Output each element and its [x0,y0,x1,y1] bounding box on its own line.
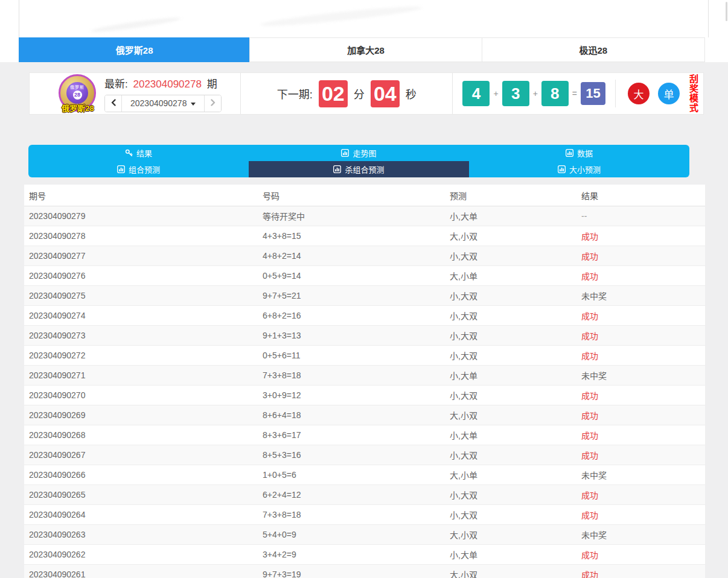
numbers-cell: 7+3+8=18 [263,510,450,519]
chart-icon [566,149,573,157]
period-cell: 202304090261 [29,570,263,578]
numbers-cell: 6+8+2=16 [263,311,450,320]
result-cell: 成功 [581,349,705,361]
result-cell: 成功 [581,449,705,461]
lottery-info-card: 俄罗斯 28 俄罗斯28 最新: 202304090278 期 20230409… [29,72,704,115]
next-period-button[interactable] [205,95,221,112]
chevron-left-icon [110,99,117,108]
table-row: 2023040902784+3+8=15大,小双成功 [24,226,705,246]
panel-right-border [708,0,709,37]
lottery-logo-label: 俄罗斯28 [55,102,101,113]
table-row: 2023040902623+4+2=9小,大单成功 [24,545,705,565]
period-cell: 202304090274 [29,311,263,320]
table-row: 2023040902647+3+8=18小,大双成功 [24,505,705,525]
table-row: 2023040902717+3+8=18小,大单未中奖 [24,366,705,386]
period-selector-value: 202304090278 [130,98,187,108]
lottery-logo: 俄罗斯 28 俄罗斯28 [59,74,97,113]
nav-combo-prediction-label: 组合预测 [129,164,160,175]
prediction-cell: 大,小双 [450,230,581,242]
scrollbar-thumb[interactable] [726,2,727,21]
chart-icon [341,149,349,157]
numbers-cell: 1+0+5=6 [263,470,450,480]
numbers-cell: 3+4+2=9 [263,550,450,559]
chart-icon [333,165,341,173]
chevron-right-icon [210,99,216,108]
scratch-mode-toggle[interactable]: 刮奖模式 [688,74,698,113]
table-row: 2023040902759+7+5=21小,大双未中奖 [24,286,705,306]
numbers-cell: 6+2+4=12 [263,490,450,500]
period-cell: 202304090269 [29,410,263,420]
prediction-cell: 小,大双 [450,329,581,341]
period-selector[interactable]: 202304090278 [121,95,205,112]
nav-combo-prediction[interactable]: 组合预测 [28,161,249,177]
nav-kill-combo-prediction[interactable]: 杀组合预测 [249,161,469,177]
nav-data[interactable]: 数据 [469,145,689,161]
key-icon [125,149,133,157]
result-header: 结果 [581,189,705,202]
latest-line: 最新: 202304090278 期 [104,75,222,91]
result-cell: 未中奖 [581,290,705,302]
tab-russia-28-label: 俄罗斯28 [116,43,153,56]
latest-draw-section: 俄罗斯 28 俄罗斯28 最新: 202304090278 期 20230409… [30,73,241,114]
tab-canada-28[interactable]: 加拿大28 [249,37,482,62]
table-body: 202304090279等待开奖中小,大单--2023040902784+3+8… [24,206,705,578]
period-cell: 202304090279 [29,211,263,221]
numbers-cell: 9+1+3=13 [263,331,450,340]
period-cell: 202304090272 [29,351,263,360]
numbers-cell: 4+8+2=14 [263,251,450,261]
result-cell: 成功 [581,250,705,262]
lottery-tabs: 俄罗斯28加拿大28极迅28 [19,37,705,62]
prediction-cell: 小,大单 [450,429,581,441]
drawn-number-box: 4 [462,81,490,106]
period-cell: 202304090264 [29,510,263,519]
period-cell: 202304090277 [29,251,263,261]
prediction-cell: 大,小单 [450,469,581,481]
countdown-seconds-unit: 秒 [406,86,417,101]
numbers-cell: 等待开奖中 [263,210,450,222]
prediction-cell: 小,大双 [450,349,581,361]
table-row: 2023040902746+8+2=16小,大双成功 [24,306,705,326]
scratch-smudge [91,16,181,34]
countdown-section: 下一期: 02 分 04 秒 [241,73,453,114]
table-row: 2023040902656+2+4=12小,大双成功 [24,485,705,505]
equals-operator: = [572,89,577,98]
nav-results[interactable]: 结果 [28,145,249,161]
previous-period-button[interactable] [105,95,121,112]
latest-suffix: 期 [207,78,217,90]
countdown-label: 下一期: [277,86,313,101]
result-badges: 大单 [628,83,688,104]
period-cell: 202304090273 [29,331,263,340]
period-cell: 202304090263 [29,530,263,539]
table-header-row: 期号号码预测结果 [24,185,705,206]
period-cell: 202304090268 [29,430,263,440]
prediction-nav: 结果走势图数据组合预测杀组合预测大小预测 [28,145,689,177]
numbers-cell: 8+5+3=16 [263,450,450,460]
plus-operator: + [533,89,538,98]
period-cell: 202304090267 [29,450,263,460]
period-cell: 202304090278 [29,231,263,241]
countdown-minutes: 02 [319,80,348,107]
result-cell: 成功 [581,548,705,561]
tab-jixun-28[interactable]: 极迅28 [482,37,705,62]
nav-big-small-prediction[interactable]: 大小预测 [469,161,689,177]
tab-jixun-28-label: 极迅28 [579,43,607,56]
numbers-cell: 4+3+8=15 [263,231,450,241]
result-cell: 成功 [581,329,705,341]
prediction-cell: 小,大双 [450,489,581,501]
table-row: 2023040902698+6+4=18大,小双成功 [24,405,705,425]
countdown-seconds: 04 [371,80,400,107]
result-cell: 成功 [581,568,705,578]
prediction-table: 期号号码预测结果 202304090279等待开奖中小,大单--20230409… [24,185,705,578]
badge-odd: 单 [658,83,680,104]
tab-russia-28[interactable]: 俄罗斯28 [19,37,250,62]
period-cell: 202304090275 [29,291,263,300]
prediction-cell: 小,大单 [450,210,581,222]
period-header: 期号 [29,189,263,202]
nav-trend-chart[interactable]: 走势图 [249,145,469,161]
lottery-logo-ball-number: 28 [73,91,82,100]
countdown-minutes-unit: 分 [354,86,365,101]
prediction-cell: 大,小双 [450,568,581,578]
numbers-cell: 9+7+5=21 [263,291,450,300]
table-row: 2023040902619+7+3=19大,小双成功 [24,565,705,578]
chart-icon [558,165,566,173]
